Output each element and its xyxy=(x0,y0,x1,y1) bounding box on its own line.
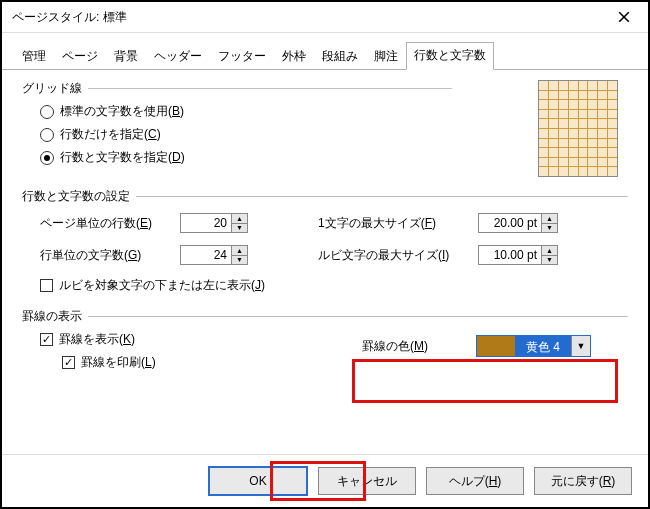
tab-footnote[interactable]: 脚注 xyxy=(366,43,406,70)
ruby-max-size-label: ルビ文字の最大サイズ(I) xyxy=(318,247,478,264)
close-icon xyxy=(618,11,630,23)
checkbox-icon xyxy=(40,279,53,292)
spin-down-icon[interactable]: ▼ xyxy=(542,256,557,265)
group-gridlines-label: グリッド線 xyxy=(22,80,82,97)
dialog-footer: OK キャンセル ヘルプ(H) 元に戻す(R) xyxy=(2,454,648,507)
radio-standard-chars-label: 標準の文字数を使用(B) xyxy=(60,103,184,120)
tab-textgrid[interactable]: 行数と文字数 xyxy=(406,42,494,70)
chevron-down-icon: ▼ xyxy=(571,336,590,356)
tab-border[interactable]: 外枠 xyxy=(274,43,314,70)
group-layout: 行数と文字数の設定 xyxy=(22,188,628,205)
tab-page[interactable]: ページ xyxy=(54,43,106,70)
page-style-dialog: ページスタイル: 標準 管理 ページ 背景 ヘッダー フッター 外枠 段組み 脚… xyxy=(0,0,650,509)
grid-preview xyxy=(538,80,618,177)
show-keisen-label: 罫線を表示(K) xyxy=(59,331,135,348)
keisen-color-combo[interactable]: 黄色 4 ▼ xyxy=(476,335,591,357)
radio-icon xyxy=(40,105,54,119)
group-keisen: 罫線の表示 xyxy=(22,308,628,325)
spin-up-icon[interactable]: ▲ xyxy=(542,214,557,224)
char-max-size-spinner[interactable]: 20.00 pt ▲▼ xyxy=(478,213,558,233)
ruby-max-size-spinner[interactable]: 10.00 pt ▲▼ xyxy=(478,245,558,265)
content-area: グリッド線 標準の文字数を使用(B) 行数だけを指定(C) 行数と文字数を指定(… xyxy=(2,70,648,463)
lines-per-page-spinner[interactable]: 20 ▲▼ xyxy=(180,213,248,233)
close-button[interactable] xyxy=(604,5,644,29)
spin-up-icon[interactable]: ▲ xyxy=(232,214,247,224)
radio-lines-and-chars-label: 行数と文字数を指定(D) xyxy=(60,149,185,166)
checkbox-icon xyxy=(62,356,75,369)
spin-down-icon[interactable]: ▼ xyxy=(542,224,557,233)
spin-down-icon[interactable]: ▼ xyxy=(232,256,247,265)
keisen-color-label: 罫線の色(M) xyxy=(362,338,472,355)
ruby-position-check[interactable]: ルビを対象文字の下または左に表示(J) xyxy=(40,277,628,294)
window-title: ページスタイル: 標準 xyxy=(12,9,127,26)
radio-icon xyxy=(40,128,54,142)
lines-per-page-label: ページ単位の行数(E) xyxy=(40,215,180,232)
ruby-max-size-value: 10.00 pt xyxy=(479,246,541,264)
group-layout-label: 行数と文字数の設定 xyxy=(22,188,130,205)
chars-per-line-label: 行単位の文字数(G) xyxy=(40,247,180,264)
radio-lines-only-label: 行数だけを指定(C) xyxy=(60,126,161,143)
group-keisen-label: 罫線の表示 xyxy=(22,308,82,325)
lines-per-page-value: 20 xyxy=(181,214,231,232)
ok-button[interactable]: OK xyxy=(208,466,308,496)
checkbox-icon xyxy=(40,333,53,346)
chars-per-line-spinner[interactable]: 24 ▲▼ xyxy=(180,245,248,265)
ruby-position-label: ルビを対象文字の下または左に表示(J) xyxy=(59,277,265,294)
char-max-size-value: 20.00 pt xyxy=(479,214,541,232)
help-button[interactable]: ヘルプ(H) xyxy=(426,467,524,495)
reset-button[interactable]: 元に戻す(R) xyxy=(534,467,632,495)
titlebar: ページスタイル: 標準 xyxy=(2,2,648,33)
spin-down-icon[interactable]: ▼ xyxy=(232,224,247,233)
tab-footer[interactable]: フッター xyxy=(210,43,274,70)
chars-per-line-value: 24 xyxy=(181,246,231,264)
radio-icon xyxy=(40,151,54,165)
color-swatch xyxy=(477,336,515,356)
tab-columns[interactable]: 段組み xyxy=(314,43,366,70)
tab-strip: 管理 ページ 背景 ヘッダー フッター 外枠 段組み 脚注 行数と文字数 xyxy=(2,33,648,70)
group-gridlines: グリッド線 xyxy=(22,80,452,97)
tab-admin[interactable]: 管理 xyxy=(14,43,54,70)
cancel-button[interactable]: キャンセル xyxy=(318,467,416,495)
tab-header[interactable]: ヘッダー xyxy=(146,43,210,70)
tab-bg[interactable]: 背景 xyxy=(106,43,146,70)
print-keisen-label: 罫線を印刷(L) xyxy=(81,354,156,371)
spin-up-icon[interactable]: ▲ xyxy=(232,246,247,256)
char-max-size-label: 1文字の最大サイズ(F) xyxy=(318,215,478,232)
keisen-color-name: 黄色 4 xyxy=(515,336,571,356)
spin-up-icon[interactable]: ▲ xyxy=(542,246,557,256)
